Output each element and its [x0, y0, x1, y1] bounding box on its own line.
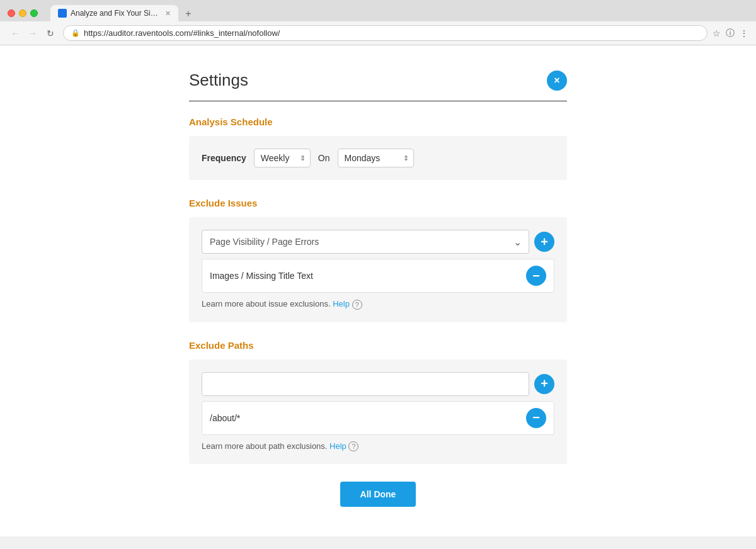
day-select[interactable]: Mondays Tuesdays Wednesdays Thursdays Fr… — [338, 149, 414, 167]
info-icon[interactable]: ⓘ — [726, 28, 735, 39]
traffic-lights — [8, 9, 38, 17]
nav-buttons: ← → ↻ — [8, 26, 58, 41]
exclude-paths-title: Exclude Paths — [189, 340, 567, 351]
frequency-select-wrapper: Weekly Daily Monthly — [254, 149, 311, 167]
address-bar-actions: ☆ ⓘ ⋮ — [713, 28, 748, 39]
address-bar: ← → ↻ 🔒 https://auditor.raventools.com/#… — [0, 21, 756, 45]
day-select-wrapper: Mondays Tuesdays Wednesdays Thursdays Fr… — [338, 149, 414, 167]
add-path-icon: + — [541, 376, 548, 391]
path-learn-more-text: Learn more about path exclusions. — [202, 441, 327, 451]
url-bar[interactable]: 🔒 https://auditor.raventools.com/#links_… — [63, 25, 707, 41]
tab-close-icon[interactable]: ✕ — [165, 9, 171, 18]
remove-path-button[interactable]: − — [526, 408, 546, 428]
bookmark-icon[interactable]: ☆ — [713, 28, 721, 38]
excluded-path-text: /about/* — [210, 413, 521, 423]
browser-chrome: Analyze and Fix Your Sites wit ✕ + ← → ↻… — [0, 0, 756, 45]
close-traffic-light[interactable] — [8, 9, 15, 17]
remove-issue-button[interactable]: − — [526, 266, 546, 286]
tab-favicon — [58, 9, 67, 18]
remove-issue-icon: − — [532, 269, 540, 283]
frequency-select[interactable]: Weekly Daily Monthly — [254, 149, 311, 167]
analysis-schedule-section: Analysis Schedule Frequency Weekly Daily… — [189, 116, 567, 180]
excluded-issue-text: Images / Missing Title Text — [210, 271, 521, 281]
issue-learn-more-text: Learn more about issue exclusions. — [202, 299, 331, 308]
close-x-icon: × — [554, 75, 559, 86]
frequency-label: Frequency — [202, 153, 246, 163]
issue-help-link[interactable]: Help — [333, 299, 350, 308]
header-divider — [189, 101, 567, 101]
path-help-link[interactable]: Help — [329, 441, 346, 451]
remove-path-icon: − — [532, 410, 540, 425]
add-issue-icon: + — [541, 235, 548, 249]
close-button[interactable]: × — [547, 71, 567, 91]
exclude-issues-title: Exclude Issues — [189, 198, 567, 208]
issue-learn-more: Learn more about issue exclusions. Help … — [202, 299, 554, 310]
active-tab[interactable]: Analyze and Fix Your Sites wit ✕ — [50, 5, 178, 21]
excluded-issue-item: Images / Missing Title Text − — [202, 259, 554, 293]
page-content: Settings × Analysis Schedule Frequency W… — [0, 45, 756, 536]
tab-bar: Analyze and Fix Your Sites wit ✕ + — [50, 5, 748, 21]
forward-button[interactable]: → — [25, 26, 40, 41]
issue-dropdown-row: Page Visibility / Page Errors + — [202, 230, 554, 254]
settings-header: Settings × — [189, 71, 567, 91]
refresh-button[interactable]: ↻ — [43, 26, 58, 41]
path-learn-more: Learn more about path exclusions. Help ? — [202, 441, 554, 452]
url-text: https://auditor.raventools.com/#links_in… — [84, 28, 699, 38]
add-issue-button[interactable]: + — [534, 232, 554, 252]
all-done-button[interactable]: All Done — [340, 482, 416, 507]
settings-container: Settings × Analysis Schedule Frequency W… — [189, 71, 567, 511]
excluded-path-item: /about/* − — [202, 401, 554, 435]
new-tab-button[interactable]: + — [181, 6, 196, 21]
tab-title: Analyze and Fix Your Sites wit — [71, 9, 159, 18]
exclude-issues-card: Page Visibility / Page Errors + Images /… — [189, 217, 567, 322]
analysis-schedule-title: Analysis Schedule — [189, 116, 567, 127]
issue-help-icon[interactable]: ? — [352, 300, 362, 310]
exclude-paths-card: + /about/* − Learn more about path exclu… — [189, 359, 567, 465]
add-path-button[interactable]: + — [534, 374, 554, 394]
exclude-paths-section: Exclude Paths + /about/* − — [189, 340, 567, 465]
exclude-issues-section: Exclude Issues Page Visibility / Page Er… — [189, 198, 567, 322]
minimize-traffic-light[interactable] — [19, 9, 26, 17]
settings-title: Settings — [189, 71, 248, 90]
lock-icon: 🔒 — [71, 29, 80, 37]
issue-select-wrapper: Page Visibility / Page Errors — [202, 230, 529, 254]
path-input-row: + — [202, 372, 554, 396]
maximize-traffic-light[interactable] — [30, 9, 38, 17]
back-button[interactable]: ← — [8, 26, 23, 41]
path-help-icon[interactable]: ? — [348, 441, 358, 451]
menu-icon[interactable]: ⋮ — [740, 28, 748, 38]
issue-select[interactable]: Page Visibility / Page Errors — [202, 230, 529, 254]
title-bar: Analyze and Fix Your Sites wit ✕ + — [0, 0, 756, 21]
on-label: On — [318, 153, 330, 163]
path-input[interactable] — [202, 372, 529, 396]
frequency-row: Frequency Weekly Daily Monthly On Monday… — [202, 149, 554, 167]
all-done-row: All Done — [189, 482, 567, 507]
analysis-schedule-card: Frequency Weekly Daily Monthly On Monday… — [189, 136, 567, 180]
